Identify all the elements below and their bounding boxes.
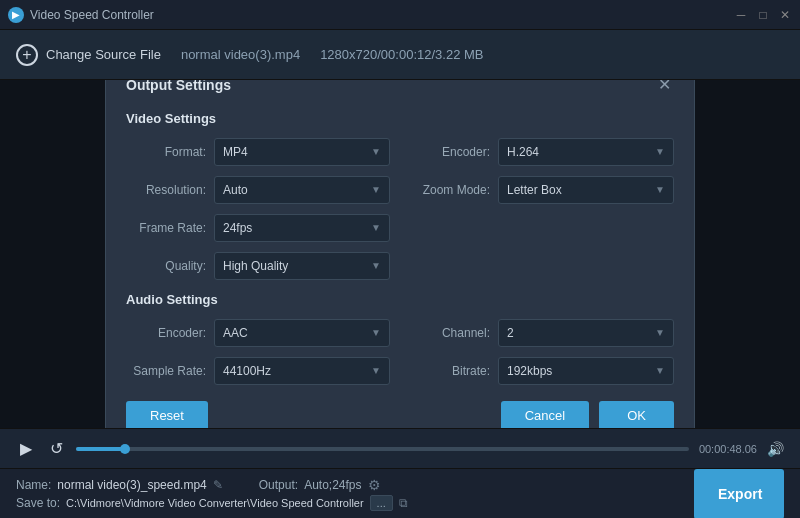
- name-value: normal video(3)_speed.mp4: [57, 478, 206, 492]
- bitrate-select[interactable]: 192kbps ▼: [498, 357, 674, 385]
- channel-select[interactable]: 2 ▼: [498, 319, 674, 347]
- close-window-button[interactable]: ✕: [778, 8, 792, 22]
- file-meta: 1280x720/00:00:12/3.22 MB: [320, 47, 483, 62]
- loop-button[interactable]: ↺: [46, 439, 66, 459]
- format-label: Format:: [126, 145, 206, 159]
- audio-encoder-select[interactable]: AAC ▼: [214, 319, 390, 347]
- change-source-label: Change Source File: [46, 47, 161, 62]
- dialog-footer: Reset Cancel OK: [126, 401, 674, 429]
- title-bar-left: ▶ Video Speed Controller: [8, 7, 154, 23]
- add-icon: +: [16, 44, 38, 66]
- app-icon: ▶: [8, 7, 24, 23]
- sample-rate-arrow: ▼: [371, 365, 381, 376]
- dialog-title: Output Settings: [126, 80, 231, 93]
- audio-encoder-arrow: ▼: [371, 327, 381, 338]
- output-settings-dialog: Output Settings ✕ Video Settings Format:…: [105, 80, 695, 428]
- resolution-label: Resolution:: [126, 183, 206, 197]
- video-settings-grid: Format: MP4 ▼ Encoder: H.264 ▼ Res: [126, 138, 674, 280]
- quality-select[interactable]: High Quality ▼: [214, 252, 390, 280]
- zoom-mode-arrow: ▼: [655, 184, 665, 195]
- change-source-button[interactable]: + Change Source File: [16, 44, 161, 66]
- channel-field: Channel: 2 ▼: [410, 319, 674, 347]
- zoom-mode-field: Zoom Mode: Letter Box ▼: [410, 176, 674, 204]
- quality-field: Quality: High Quality ▼: [126, 252, 390, 280]
- progress-thumb: [120, 444, 130, 454]
- zoom-mode-label: Zoom Mode:: [410, 183, 490, 197]
- output-section: Output: Auto;24fps ⚙: [259, 477, 381, 493]
- edit-icon[interactable]: ✎: [213, 478, 223, 492]
- audio-settings-grid: Encoder: AAC ▼ Channel: 2 ▼: [126, 319, 674, 385]
- bitrate-arrow: ▼: [655, 365, 665, 376]
- dialog-footer-right: Cancel OK: [501, 401, 674, 429]
- video-section-title: Video Settings: [126, 111, 674, 126]
- encoder-select[interactable]: H.264 ▼: [498, 138, 674, 166]
- play-button[interactable]: ▶: [16, 439, 36, 459]
- title-bar: ▶ Video Speed Controller ─ □ ✕: [0, 0, 800, 30]
- channel-arrow: ▼: [655, 327, 665, 338]
- format-arrow: ▼: [371, 146, 381, 157]
- channel-label: Channel:: [410, 326, 490, 340]
- window-controls: ─ □ ✕: [734, 8, 792, 22]
- dialog-overlay: Output Settings ✕ Video Settings Format:…: [0, 80, 800, 428]
- audio-encoder-label: Encoder:: [126, 326, 206, 340]
- player-bar: ▶ ↺ 00:00:48.06 🔊: [0, 428, 800, 468]
- status-row1: Name: normal video(3)_speed.mp4 ✎ Output…: [16, 477, 674, 493]
- name-section: Name: normal video(3)_speed.mp4 ✎: [16, 478, 223, 492]
- minimize-button[interactable]: ─: [734, 8, 748, 22]
- sample-rate-field: Sample Rate: 44100Hz ▼: [126, 357, 390, 385]
- audio-section-title: Audio Settings: [126, 292, 674, 307]
- encoder-arrow: ▼: [655, 146, 665, 157]
- quality-label: Quality:: [126, 259, 206, 273]
- cancel-button[interactable]: Cancel: [501, 401, 589, 429]
- save-path: C:\Vidmore\Vidmore Video Converter\Video…: [66, 497, 364, 509]
- status-bar: Name: normal video(3)_speed.mp4 ✎ Output…: [0, 468, 800, 518]
- output-value: Auto;24fps: [304, 478, 361, 492]
- maximize-button[interactable]: □: [756, 8, 770, 22]
- ok-button[interactable]: OK: [599, 401, 674, 429]
- sample-rate-label: Sample Rate:: [126, 364, 206, 378]
- export-button[interactable]: Export: [694, 469, 784, 519]
- save-label: Save to:: [16, 496, 60, 510]
- format-select[interactable]: MP4 ▼: [214, 138, 390, 166]
- frame-rate-field: Frame Rate: 24fps ▼: [126, 214, 390, 242]
- volume-icon[interactable]: 🔊: [767, 441, 784, 457]
- reset-button[interactable]: Reset: [126, 401, 208, 429]
- format-field: Format: MP4 ▼: [126, 138, 390, 166]
- resolution-select[interactable]: Auto ▼: [214, 176, 390, 204]
- dialog-header: Output Settings ✕: [126, 80, 674, 95]
- quality-arrow: ▼: [371, 260, 381, 271]
- status-row2: Save to: C:\Vidmore\Vidmore Video Conver…: [16, 495, 674, 511]
- frame-rate-arrow: ▼: [371, 222, 381, 233]
- name-label: Name:: [16, 478, 51, 492]
- main-content: Output Settings ✕ Video Settings Format:…: [0, 80, 800, 428]
- frame-rate-select[interactable]: 24fps ▼: [214, 214, 390, 242]
- browse-path-button[interactable]: ...: [370, 495, 393, 511]
- progress-bar[interactable]: [76, 447, 689, 451]
- frame-rate-label: Frame Rate:: [126, 221, 206, 235]
- empty-cell: [410, 214, 674, 242]
- encoder-label: Encoder:: [410, 145, 490, 159]
- audio-encoder-field: Encoder: AAC ▼: [126, 319, 390, 347]
- time-display: 00:00:48.06: [699, 443, 757, 455]
- app-title: Video Speed Controller: [30, 8, 154, 22]
- file-name: normal video(3).mp4: [181, 47, 300, 62]
- encoder-field: Encoder: H.264 ▼: [410, 138, 674, 166]
- gear-icon[interactable]: ⚙: [368, 477, 381, 493]
- open-folder-icon[interactable]: ⧉: [399, 496, 408, 510]
- progress-fill: [76, 447, 125, 451]
- audio-section: Audio Settings Encoder: AAC ▼ Channel:: [126, 292, 674, 385]
- zoom-mode-select[interactable]: Letter Box ▼: [498, 176, 674, 204]
- bitrate-label: Bitrate:: [410, 364, 490, 378]
- resolution-arrow: ▼: [371, 184, 381, 195]
- bitrate-field: Bitrate: 192kbps ▼: [410, 357, 674, 385]
- bottom-bar-inner: Name: normal video(3)_speed.mp4 ✎ Output…: [16, 477, 674, 511]
- output-label: Output:: [259, 478, 298, 492]
- resolution-field: Resolution: Auto ▼: [126, 176, 390, 204]
- dialog-close-button[interactable]: ✕: [654, 80, 674, 95]
- sample-rate-select[interactable]: 44100Hz ▼: [214, 357, 390, 385]
- top-bar: + Change Source File normal video(3).mp4…: [0, 30, 800, 80]
